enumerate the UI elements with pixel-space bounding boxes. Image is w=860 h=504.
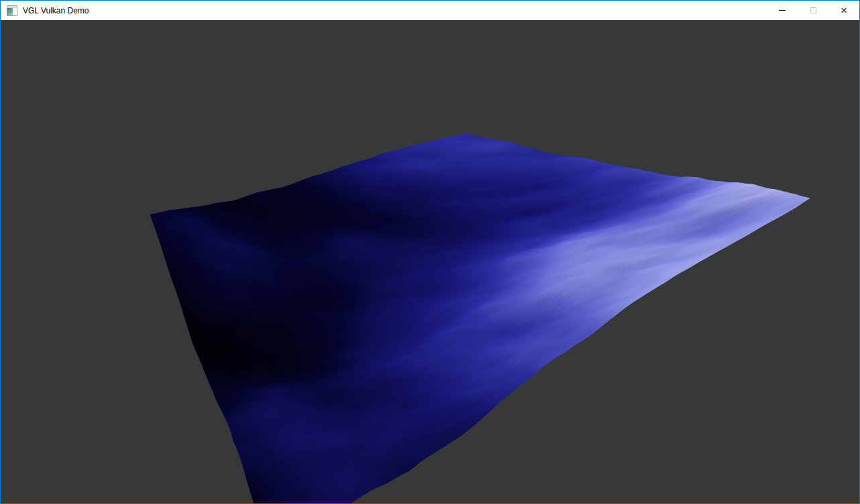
titlebar[interactable]: VGL Vulkan Demo × <box>1 1 859 20</box>
minimize-icon <box>779 10 786 11</box>
maximize-icon <box>810 7 816 13</box>
app-icon-pane-right <box>13 8 17 15</box>
app-icon[interactable] <box>7 5 17 16</box>
app-window: VGL Vulkan Demo × <box>0 0 860 504</box>
caption-buttons: × <box>767 1 859 20</box>
viewport <box>1 20 859 503</box>
maximize-button[interactable] <box>798 1 828 20</box>
close-icon: × <box>841 5 847 16</box>
minimize-button[interactable] <box>767 1 798 20</box>
terrain-canvas[interactable] <box>1 20 859 503</box>
window-title: VGL Vulkan Demo <box>23 6 767 15</box>
close-button[interactable]: × <box>828 1 859 20</box>
app-icon-pane-left <box>7 8 13 15</box>
